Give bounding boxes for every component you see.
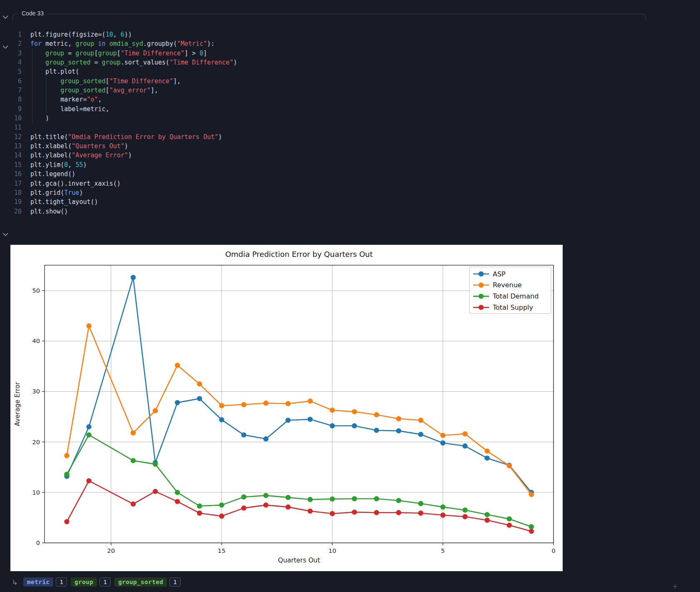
svg-text:10: 10 bbox=[328, 547, 336, 554]
svg-text:20: 20 bbox=[107, 547, 115, 554]
line-number: 15 bbox=[0, 160, 22, 169]
code-text: plt.title("Omdia Prediction Error by Qua… bbox=[30, 132, 222, 142]
code-line: 18plt.grid(True) bbox=[0, 188, 649, 197]
cell-border bbox=[12, 14, 646, 21]
code-line: 9label=metric, bbox=[0, 104, 649, 114]
code-text: plt.ylim(0, 55) bbox=[30, 160, 87, 169]
code-text: plt.ylabel("Average Error") bbox=[30, 151, 132, 160]
output-chart: 2015105001020304050Omdia Prediction Erro… bbox=[10, 245, 563, 571]
code-line: 10) bbox=[0, 114, 649, 123]
code-text: plt.gca().invert_xaxis() bbox=[30, 179, 121, 188]
code-line: 11 bbox=[0, 123, 649, 132]
code-text: group_sorted = group.sort_values("Time D… bbox=[30, 58, 237, 67]
svg-text:ASP: ASP bbox=[493, 270, 506, 278]
code-line: 20plt.show() bbox=[0, 207, 649, 216]
svg-text:40: 40 bbox=[32, 338, 40, 344]
output-collapse-chevron-icon[interactable] bbox=[2, 232, 9, 236]
svg-text:5: 5 bbox=[441, 547, 445, 554]
variable-count-badge[interactable]: 1 bbox=[56, 577, 67, 587]
code-text: ) bbox=[30, 114, 49, 123]
line-number: 6 bbox=[0, 77, 22, 86]
svg-text:50: 50 bbox=[32, 287, 40, 294]
line-number: 8 bbox=[0, 95, 22, 104]
code-text: plt.grid(True) bbox=[30, 188, 83, 197]
line-number: 17 bbox=[0, 179, 22, 188]
line-number: 13 bbox=[0, 142, 22, 151]
variable-count-badge[interactable]: 1 bbox=[99, 577, 111, 587]
code-text: plt.tight_layout() bbox=[30, 197, 98, 206]
svg-text:0: 0 bbox=[36, 540, 40, 546]
code-text: group_sorted["Time Difference"], bbox=[30, 77, 181, 86]
line-number: 5 bbox=[0, 67, 22, 76]
line-number: 16 bbox=[0, 169, 22, 179]
cell-collapse-chevron-icon[interactable] bbox=[2, 15, 9, 19]
code-line: 2for metric, group in omdia_syd.groupby(… bbox=[0, 39, 649, 48]
variable-badge[interactable]: group bbox=[71, 577, 97, 587]
code-text: plt.plot( bbox=[30, 67, 79, 76]
code-text: marker="o", bbox=[30, 95, 102, 104]
code-line: 19plt.tight_layout() bbox=[0, 197, 649, 206]
svg-text:Total Supply: Total Supply bbox=[492, 303, 533, 311]
svg-text:30: 30 bbox=[32, 388, 40, 395]
variable-badge[interactable]: metric bbox=[23, 577, 53, 587]
code-line: 4group_sorted = group.sort_values("Time … bbox=[0, 58, 649, 67]
svg-text:Quarters Out: Quarters Out bbox=[278, 557, 320, 564]
code-text: plt.xlabel("Quarters Out") bbox=[30, 142, 128, 151]
code-line: 15plt.ylim(0, 55) bbox=[0, 160, 649, 169]
variables-status-bar: ↳ metric1group1group_sorted1 bbox=[12, 577, 181, 587]
line-number: 10 bbox=[0, 114, 22, 123]
code-text: plt.legend() bbox=[30, 169, 75, 179]
return-arrow-icon: ↳ bbox=[12, 578, 18, 587]
code-text: plt.figure(figsize=(10, 6)) bbox=[30, 30, 132, 39]
code-line: 7group_sorted["avg_error"], bbox=[0, 86, 649, 95]
variable-count-badge[interactable]: 1 bbox=[169, 577, 181, 587]
code-text: group_sorted["avg_error"], bbox=[30, 86, 158, 95]
line-number: 12 bbox=[0, 132, 22, 142]
code-line: 16plt.legend() bbox=[0, 169, 649, 179]
cell-title: Code 33 bbox=[18, 10, 47, 17]
code-text: label=metric, bbox=[30, 104, 109, 114]
variable-badge[interactable]: group_sorted bbox=[114, 577, 167, 587]
code-text: for metric, group in omdia_syd.groupby("… bbox=[30, 39, 215, 48]
line-number: 18 bbox=[0, 188, 22, 197]
svg-text:Revenue: Revenue bbox=[493, 281, 522, 289]
line-number: 3 bbox=[0, 49, 22, 58]
code-editor[interactable]: 1plt.figure(figsize=(10, 6))2for metric,… bbox=[0, 30, 649, 216]
code-line: 5plt.plot( bbox=[0, 67, 649, 76]
line-number: 19 bbox=[0, 197, 22, 206]
notebook-page: Code 33 1plt.figure(figsize=(10, 6))2for… bbox=[0, 0, 700, 592]
code-line: 12plt.title("Omdia Prediction Error by Q… bbox=[0, 132, 649, 142]
line-number: 14 bbox=[0, 151, 22, 160]
svg-text:Omdia Prediction Error by Quar: Omdia Prediction Error by Quarters Out bbox=[225, 250, 373, 259]
code-text: group = group[group["Time Difference"] >… bbox=[30, 49, 207, 58]
line-number: 20 bbox=[0, 207, 22, 216]
code-text: plt.show() bbox=[30, 207, 68, 216]
svg-text:Average Error: Average Error bbox=[14, 382, 21, 426]
line-number: 11 bbox=[0, 123, 22, 132]
code-line: 13plt.xlabel("Quarters Out") bbox=[0, 142, 649, 151]
plus-icon[interactable]: + bbox=[672, 582, 678, 590]
code-line: 14plt.ylabel("Average Error") bbox=[0, 151, 649, 160]
svg-text:0: 0 bbox=[551, 547, 555, 554]
line-number: 9 bbox=[0, 104, 22, 114]
svg-text:10: 10 bbox=[32, 489, 40, 496]
svg-text:15: 15 bbox=[218, 547, 225, 554]
code-line: 6group_sorted["Time Difference"], bbox=[0, 77, 649, 86]
line-number: 2 bbox=[0, 39, 22, 48]
code-line: 17plt.gca().invert_xaxis() bbox=[0, 179, 649, 188]
svg-text:20: 20 bbox=[32, 439, 40, 445]
code-line: 1plt.figure(figsize=(10, 6)) bbox=[0, 30, 649, 39]
code-line: 8marker="o", bbox=[0, 95, 649, 104]
svg-text:Total Demand: Total Demand bbox=[492, 292, 539, 300]
line-number: 1 bbox=[0, 30, 22, 39]
line-number: 4 bbox=[0, 58, 22, 67]
line-number: 7 bbox=[0, 86, 22, 95]
code-line: 3group = group[group["Time Difference"] … bbox=[0, 49, 649, 58]
